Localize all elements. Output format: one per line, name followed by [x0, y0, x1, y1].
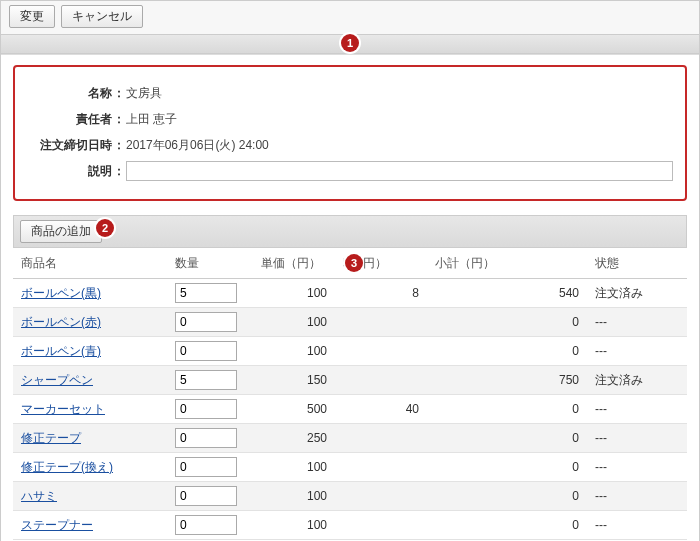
qty-input[interactable]	[175, 312, 237, 332]
subtotal-cell: 0	[427, 482, 587, 511]
description-input[interactable]	[126, 161, 673, 181]
col-name: 商品名	[13, 248, 167, 279]
top-button-row: 変更 キャンセル	[1, 2, 699, 34]
tax-cell	[335, 337, 427, 366]
status-cell: ---	[587, 453, 687, 482]
table-row: ステープナー1000---	[13, 511, 687, 540]
qty-input[interactable]	[175, 341, 237, 361]
add-item-bar: 商品の追加 2	[13, 215, 687, 248]
qty-input[interactable]	[175, 428, 237, 448]
unit-price-cell: 100	[253, 511, 335, 540]
subtotal-cell: 0	[427, 337, 587, 366]
subtotal-cell: 0	[427, 308, 587, 337]
status-cell: ---	[587, 337, 687, 366]
info-colon: ：	[112, 85, 126, 102]
unit-price-cell: 100	[253, 279, 335, 308]
info-colon: ：	[112, 137, 126, 154]
status-cell: ---	[587, 424, 687, 453]
status-cell: ---	[587, 482, 687, 511]
info-colon: ：	[112, 163, 126, 180]
unit-price-cell: 500	[253, 395, 335, 424]
col-status: 状態	[587, 248, 687, 279]
callout-badge-2: 2	[96, 219, 114, 237]
item-name-link[interactable]: ボールペン(青)	[21, 344, 101, 358]
info-value-owner: 上田 恵子	[126, 111, 673, 128]
col-qty: 数量	[167, 248, 253, 279]
qty-input[interactable]	[175, 486, 237, 506]
qty-input[interactable]	[175, 283, 237, 303]
table-row: シャープペン150750注文済み	[13, 366, 687, 395]
items-header-row: 商品名 数量 単価（円） 税3円） 小計（円） 状態	[13, 248, 687, 279]
subtotal-cell: 0	[427, 395, 587, 424]
tax-cell	[335, 366, 427, 395]
status-cell: ---	[587, 308, 687, 337]
table-row: ボールペン(青)1000---	[13, 337, 687, 366]
change-button-top[interactable]: 変更	[9, 5, 55, 28]
item-name-link[interactable]: 修正テープ(換え)	[21, 460, 113, 474]
tax-cell: 8	[335, 279, 427, 308]
item-name-link[interactable]: ハサミ	[21, 489, 57, 503]
tax-cell: 40	[335, 395, 427, 424]
info-row-name: 名称 ： 文房具	[27, 83, 673, 103]
subtotal-cell: 0	[427, 453, 587, 482]
table-row: マーカーセット500400---	[13, 395, 687, 424]
section-header-bar: 1	[1, 34, 699, 54]
table-row: 修正テープ2500---	[13, 424, 687, 453]
col-subtotal: 小計（円）	[427, 248, 587, 279]
items-table: 商品名 数量 単価（円） 税3円） 小計（円） 状態 ボールペン(黒)10085…	[13, 248, 687, 540]
item-name-link[interactable]: ボールペン(赤)	[21, 315, 101, 329]
info-label-name: 名称	[27, 85, 112, 102]
table-row: ハサミ1000---	[13, 482, 687, 511]
status-cell: 注文済み	[587, 279, 687, 308]
unit-price-cell: 100	[253, 337, 335, 366]
callout-badge-1: 1	[341, 34, 359, 52]
add-item-button[interactable]: 商品の追加	[20, 220, 102, 243]
status-cell: 注文済み	[587, 366, 687, 395]
unit-price-cell: 150	[253, 366, 335, 395]
info-label-desc: 説明	[27, 163, 112, 180]
item-name-link[interactable]: ボールペン(黒)	[21, 286, 101, 300]
unit-price-cell: 100	[253, 482, 335, 511]
info-row-owner: 責任者 ： 上田 恵子	[27, 109, 673, 129]
item-name-link[interactable]: シャープペン	[21, 373, 93, 387]
info-row-deadline: 注文締切日時 ： 2017年06月06日(火) 24:00	[27, 135, 673, 155]
tax-cell	[335, 308, 427, 337]
col-unit-price: 単価（円）	[253, 248, 335, 279]
status-cell: ---	[587, 511, 687, 540]
item-name-link[interactable]: ステープナー	[21, 518, 93, 532]
table-row: 修正テープ(換え)1000---	[13, 453, 687, 482]
subtotal-cell: 750	[427, 366, 587, 395]
info-label-deadline: 注文締切日時	[27, 137, 112, 154]
tax-cell	[335, 453, 427, 482]
info-value-name: 文房具	[126, 85, 673, 102]
status-cell: ---	[587, 395, 687, 424]
subtotal-cell: 0	[427, 511, 587, 540]
unit-price-cell: 100	[253, 453, 335, 482]
col-tax-right: 円）	[363, 256, 387, 270]
tax-cell	[335, 511, 427, 540]
tax-cell	[335, 424, 427, 453]
subtotal-cell: 0	[427, 424, 587, 453]
item-name-link[interactable]: マーカーセット	[21, 402, 105, 416]
info-value-deadline: 2017年06月06日(火) 24:00	[126, 137, 673, 154]
info-label-owner: 責任者	[27, 111, 112, 128]
qty-input[interactable]	[175, 457, 237, 477]
info-row-desc: 説明 ：	[27, 161, 673, 181]
callout-badge-3: 3	[345, 254, 363, 272]
order-info-box: 名称 ： 文房具 責任者 ： 上田 恵子 注文締切日時 ： 2017年06月06…	[13, 65, 687, 201]
qty-input[interactable]	[175, 370, 237, 390]
cancel-button-top[interactable]: キャンセル	[61, 5, 143, 28]
qty-input[interactable]	[175, 399, 237, 419]
unit-price-cell: 100	[253, 308, 335, 337]
info-colon: ：	[112, 111, 126, 128]
unit-price-cell: 250	[253, 424, 335, 453]
col-tax: 税3円）	[335, 248, 427, 279]
tax-cell	[335, 482, 427, 511]
item-name-link[interactable]: 修正テープ	[21, 431, 81, 445]
table-row: ボールペン(黒)1008540注文済み	[13, 279, 687, 308]
table-row: ボールペン(赤)1000---	[13, 308, 687, 337]
subtotal-cell: 540	[427, 279, 587, 308]
qty-input[interactable]	[175, 515, 237, 535]
